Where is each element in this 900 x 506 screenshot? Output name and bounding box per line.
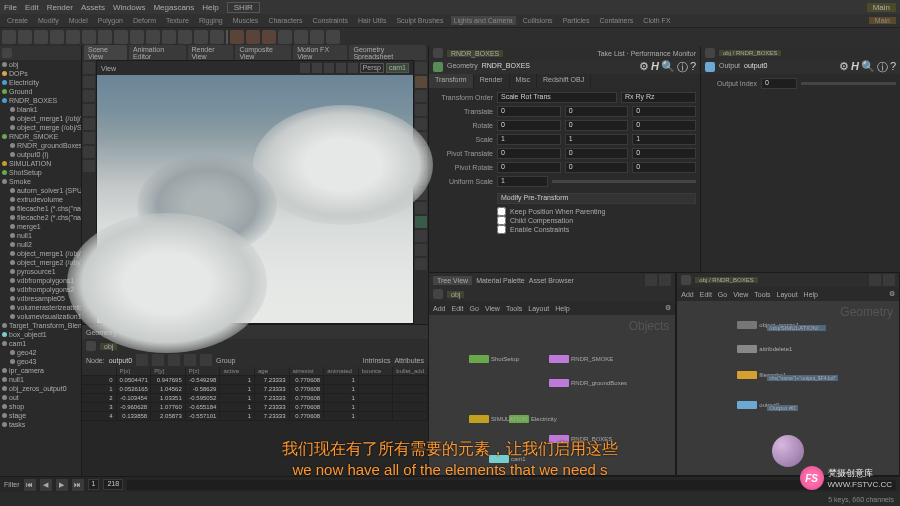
pin-icon[interactable] [433,289,443,299]
tree-item[interactable]: geo42 [0,348,81,357]
gear-icon[interactable]: ⚙ [639,60,649,75]
tree-item[interactable]: RNDR_SMOKE [0,132,81,141]
display-opt-icon[interactable] [415,118,427,130]
param-z-field[interactable]: 0 [632,120,696,131]
param-y-field[interactable]: 0 [565,148,629,159]
uniform-scale-field[interactable]: 1 [497,176,548,187]
tree-item[interactable]: Target_Transform_Blend1 [0,321,81,330]
menu-windows[interactable]: Windows [113,3,145,12]
node-canvas-geometry[interactable]: Geometry object_merge1attribdelete1filec… [677,301,899,475]
play-last-icon[interactable]: ⏭ [72,479,84,491]
net-gear-icon[interactable]: ⚙ [889,290,895,298]
net-tab[interactable]: Material Palette [476,277,525,284]
perf-monitor[interactable]: Take List · Performance Monitor [597,50,696,57]
display-opt-icon[interactable] [415,230,427,242]
shelf-tab[interactable]: Texture [163,16,192,25]
modify-pre-transform-dropdown[interactable]: Modify Pre-Transform [497,193,696,204]
ss-header-cell[interactable] [82,367,117,375]
tree-item[interactable]: Smoke [0,177,81,186]
net-list-icon[interactable] [869,274,881,286]
ss-header-cell[interactable]: P[y] [151,367,186,375]
shelf-tool-icon[interactable] [50,30,64,44]
tree-item[interactable]: merge1 [0,222,81,231]
tab-misc[interactable]: Misc [510,74,537,88]
tab-scene-view[interactable]: Scene View [84,45,127,61]
tree-item[interactable]: Electricity [0,78,81,87]
tree-item[interactable]: extrudevolume [0,195,81,204]
tree-item[interactable]: RNDR_groundBoxes [0,141,81,150]
tree-item[interactable]: ipr_camera [0,366,81,375]
ss-header-cell[interactable]: animated [324,367,359,375]
h-icon[interactable]: H [851,60,859,75]
info-icon[interactable]: ⓘ [877,60,888,75]
net-menu[interactable]: Help [555,305,569,312]
ss-mode-icon[interactable] [200,354,212,366]
view-tool-icon[interactable] [83,118,95,130]
menu-edit[interactable]: Edit [25,3,39,12]
transform-order-select[interactable]: Scale Rot Trans [497,92,617,103]
output-index-slider[interactable] [801,82,896,85]
shelf-tool-icon[interactable] [146,30,160,44]
net-menu[interactable]: Layout [777,291,798,298]
net-tab[interactable]: Asset Browser [529,277,574,284]
frame-start[interactable]: 1 [88,479,100,490]
shelf-tool-icon[interactable] [294,30,308,44]
param-x-field[interactable]: 0 [497,148,561,159]
tree-icon[interactable] [2,48,12,58]
display-opt-icon[interactable] [415,90,427,102]
net-menu[interactable]: Edit [451,305,463,312]
table-row[interactable]: 10.05261651.04562-0.5862917.233330.77060… [82,385,428,394]
pin-icon[interactable] [433,48,443,58]
menu-help[interactable]: Help [202,3,218,12]
ss-mode-icon[interactable] [168,354,180,366]
net-gear-icon[interactable]: ⚙ [665,304,671,312]
tree-item[interactable]: DOPs [0,69,81,78]
menu-render[interactable]: Render [47,3,73,12]
ss-mode-icon[interactable] [184,354,196,366]
snap-tool-icon[interactable] [83,146,95,158]
shelf-tool-icon[interactable] [18,30,32,44]
tab-render[interactable]: Render [474,74,510,88]
ss-node-value[interactable]: output0 [109,357,132,364]
shelf-tab[interactable]: Constraints [310,16,351,25]
param-breadcrumb[interactable]: obj / RNDR_BOXES [719,50,781,56]
shelf-tool-icon[interactable] [66,30,80,44]
tree-item[interactable]: output0 (i) [0,150,81,159]
shelf-tab[interactable]: Model [66,16,91,25]
vp-layout-dropdown[interactable]: Persp [360,63,384,73]
display-opt-icon[interactable] [415,104,427,116]
ss-header-cell[interactable]: P[x] [117,367,152,375]
param-z-field[interactable]: 0 [632,148,696,159]
ss-attributes[interactable]: Attributes [394,357,424,364]
net-menu[interactable]: Tools [754,291,770,298]
display-opt-icon[interactable] [415,202,427,214]
shelf-tab[interactable]: Collisions [520,16,556,25]
display-opt-icon[interactable] [415,258,427,270]
shelf-tool-icon[interactable] [82,30,96,44]
check-keep-position[interactable] [497,207,506,216]
shelf-tab[interactable]: Particles [560,16,593,25]
pin-icon[interactable] [705,48,715,58]
tree-item[interactable]: Ground [0,87,81,96]
brush-tool-icon[interactable] [83,132,95,144]
ss-header-cell[interactable]: active [220,367,255,375]
tree-root[interactable]: obj [0,60,81,69]
check-enable-constraints[interactable] [497,225,506,234]
tree-item[interactable]: box_object1 [0,330,81,339]
tree-item[interactable]: null2 [0,240,81,249]
param-y-field[interactable]: 0 [565,106,629,117]
shelf-tool-icon[interactable] [130,30,144,44]
display-opt-icon[interactable] [415,62,427,74]
menu-field[interactable]: SHIR [227,2,260,13]
param-breadcrumb[interactable]: RNDR_BOXES [447,50,503,57]
tree-item[interactable]: object_merge (/obj/S... [0,123,81,132]
vp-icon[interactable] [348,63,358,73]
vp-icon[interactable] [312,63,322,73]
tree-item[interactable]: shop [0,402,81,411]
shelf-tab[interactable]: Polygon [95,16,126,25]
net-menu[interactable]: Edit [700,291,712,298]
param-z-field[interactable]: 0 [632,162,696,173]
table-row[interactable]: 00.05044710.947695-0.54929817.233330.770… [82,376,428,385]
viewport-3d[interactable]: View Persp cam1 [96,60,414,324]
tab-anim-editor[interactable]: Animation Editor [129,45,186,61]
